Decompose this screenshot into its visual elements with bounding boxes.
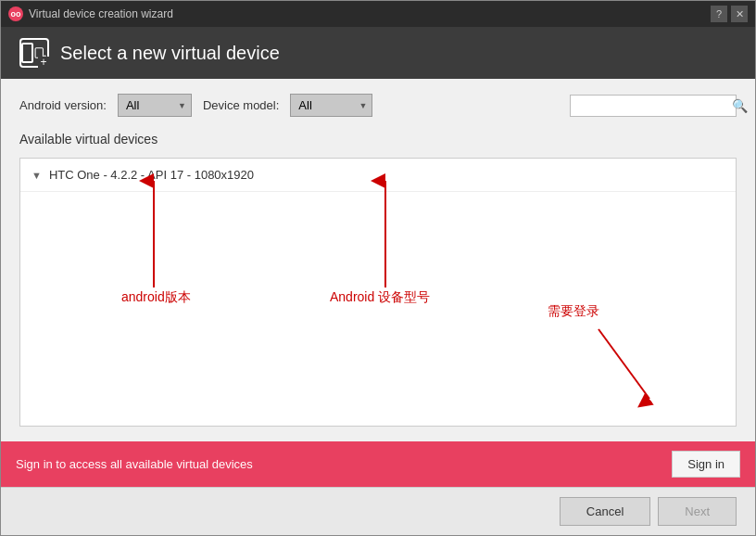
android-version-select-wrapper[interactable]: All 4.2.2 4.4 5.0 <box>118 94 192 117</box>
app-icon: oo <box>8 6 23 21</box>
title-bar: oo Virtual device creation wizard ? ✕ <box>1 1 755 27</box>
svg-rect-0 <box>35 48 43 57</box>
help-button[interactable]: ? <box>711 6 727 22</box>
main-window: oo Virtual device creation wizard ? ✕ + … <box>0 0 756 536</box>
svg-text:+: + <box>44 52 47 58</box>
device-name: HTC One - 4.2.2 - API 17 - 1080x1920 <box>49 168 254 182</box>
close-button[interactable]: ✕ <box>731 6 748 22</box>
footer: Cancel Next <box>1 487 755 535</box>
device-model-select-wrapper[interactable]: All HTC One Nexus 5 <box>290 94 372 117</box>
next-button[interactable]: Next <box>658 497 737 526</box>
search-input[interactable] <box>576 98 732 112</box>
signin-banner: Sign in to access all available virtual … <box>1 441 755 487</box>
search-box[interactable]: 🔍 <box>570 95 737 117</box>
search-icon: 🔍 <box>732 98 748 113</box>
chevron-icon: ▼ <box>32 170 42 181</box>
device-list: ▼ HTC One - 4.2.2 - API 17 - 1080x1920 <box>19 158 737 427</box>
android-version-label: Android version: <box>19 98 107 112</box>
filter-row: Android version: All 4.2.2 4.4 5.0 Devic… <box>19 94 737 117</box>
page-title: Select a new virtual device <box>60 43 280 64</box>
device-model-label: Device model: <box>203 98 279 112</box>
window-title: Virtual device creation wizard <box>29 7 173 20</box>
page-header: + Select a new virtual device <box>1 27 755 79</box>
signin-message: Sign in to access all available virtual … <box>16 457 253 471</box>
section-title: Available virtual devices <box>19 132 737 147</box>
device-model-select[interactable]: All HTC One Nexus 5 <box>290 94 372 117</box>
cancel-button[interactable]: Cancel <box>560 497 650 526</box>
title-bar-controls: ? ✕ <box>711 6 748 22</box>
signin-button[interactable]: Sign in <box>672 451 740 478</box>
android-version-select[interactable]: All 4.2.2 4.4 5.0 <box>118 94 192 117</box>
device-icon: + <box>19 38 49 68</box>
content-area: Android version: All 4.2.2 4.4 5.0 Devic… <box>1 79 755 441</box>
device-item[interactable]: ▼ HTC One - 4.2.2 - API 17 - 1080x1920 <box>20 159 736 192</box>
title-bar-left: oo Virtual device creation wizard <box>8 6 173 21</box>
